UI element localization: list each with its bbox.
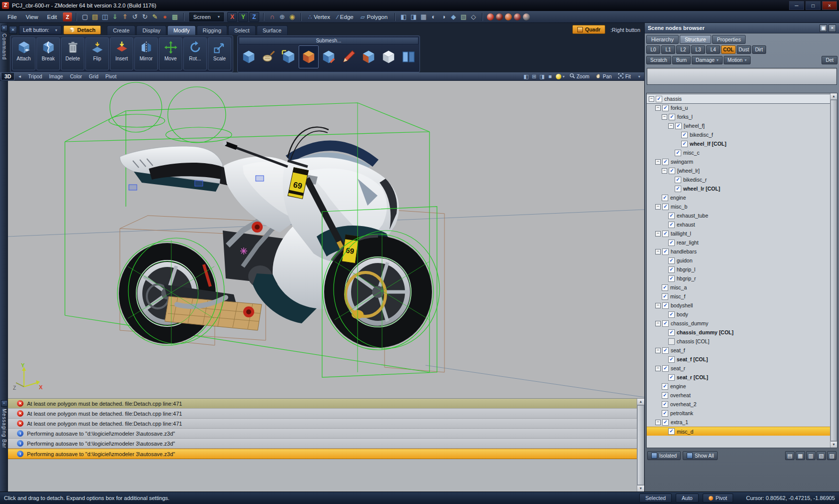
messaging-bar-icon[interactable]: ▪: [1, 400, 7, 407]
tool-attach[interactable]: Attach: [12, 37, 35, 70]
zmodeler-icon[interactable]: Z: [63, 12, 72, 21]
collapse-icon[interactable]: −: [655, 204, 661, 210]
scroll-down-icon[interactable]: ▼: [831, 441, 837, 448]
tab-modify[interactable]: Modify: [167, 25, 195, 35]
level-dirt[interactable]: Dirt: [752, 45, 766, 54]
node-checkbox[interactable]: ✓: [662, 195, 668, 201]
tree-node-wheel-lf-col[interactable]: ✓wheel_lf [COL]: [647, 139, 830, 148]
collapse-icon[interactable]: −: [655, 249, 661, 254]
export-icon[interactable]: ⇑: [120, 12, 129, 21]
tree-node-misc-c[interactable]: ✓misc_c: [647, 148, 830, 157]
submesh-paint-icon[interactable]: [299, 45, 319, 68]
tree-node-seat-f-col[interactable]: ✓seat_f [COL]: [647, 355, 830, 364]
collapse-icon[interactable]: −: [655, 231, 661, 237]
open-folder-icon[interactable]: ▤: [90, 12, 99, 21]
smooth-shade-icon[interactable]: ◐: [429, 12, 438, 21]
tab-rigging[interactable]: Rigging: [197, 25, 227, 35]
viewport-canvas[interactable]: 69 69: [8, 81, 644, 398]
node-checkbox[interactable]: ✓: [662, 383, 668, 390]
level-l1[interactable]: L1: [661, 45, 675, 54]
tree-node-forks-l[interactable]: −✓forks_l: [647, 112, 830, 121]
close-button[interactable]: ×: [822, 1, 837, 10]
submesh-pencil-icon[interactable]: [339, 45, 359, 68]
node-checkbox[interactable]: ✓: [668, 374, 675, 381]
node-checkbox[interactable]: ✓: [668, 240, 675, 246]
scroll-down-icon[interactable]: ▼: [637, 485, 644, 492]
show-all-toggle[interactable]: Show All: [683, 451, 718, 460]
node-checkbox[interactable]: ✓: [681, 141, 688, 147]
normals-icon[interactable]: ◆: [449, 12, 458, 21]
node-checkbox[interactable]: ✓: [662, 419, 669, 426]
collapse-icon[interactable]: −: [668, 123, 674, 129]
node-checkbox[interactable]: ✓: [656, 96, 662, 102]
chevron-left-icon[interactable]: ◄: [15, 74, 23, 79]
node-checkbox[interactable]: ✓: [662, 293, 668, 300]
node-checkbox[interactable]: ✓: [662, 347, 669, 354]
node-checkbox[interactable]: ✓: [675, 186, 681, 192]
node-checkbox[interactable]: ✓: [668, 428, 675, 435]
tree-node-misc-b[interactable]: −✓misc_b: [647, 202, 830, 211]
message-row[interactable]: ✕At least one polygon must be detached. …: [8, 409, 637, 419]
tree-scrollbar[interactable]: ▲ ▼: [830, 93, 837, 448]
tool-mirror[interactable]: Mirror: [134, 37, 158, 70]
tree-node-overheat[interactable]: ✓overheat: [647, 391, 830, 400]
material-sphere-icon[interactable]: ●: [160, 12, 169, 21]
level-l0[interactable]: L0: [646, 45, 660, 54]
collapse-icon[interactable]: −: [655, 159, 661, 165]
submesh-clear-icon[interactable]: [379, 45, 399, 68]
tree-node-petroltank[interactable]: ✓petroltank: [647, 409, 830, 418]
tree-node-wheel-lr-col[interactable]: ✓wheel_lr [COL]: [647, 184, 830, 193]
viewport-right-half-icon[interactable]: ◨: [538, 73, 546, 80]
redo-icon[interactable]: ↻: [140, 12, 149, 21]
viewport-menu-icon[interactable]: ▾: [635, 74, 643, 79]
screen-dropdown[interactable]: Screen▾: [189, 12, 224, 21]
message-row[interactable]: ✕At least one polygon must be detached. …: [8, 419, 637, 429]
damage-scratch[interactable]: Scratch: [646, 56, 671, 64]
node-checkbox[interactable]: ✓: [675, 177, 681, 183]
viewport-left-half-icon[interactable]: ◧: [522, 73, 530, 80]
scroll-thumb[interactable]: [637, 405, 644, 485]
tree-node-handlebars[interactable]: −✓handlebars: [647, 247, 830, 256]
shade-right-icon[interactable]: ◨: [409, 12, 418, 21]
tab-display[interactable]: Display: [136, 25, 166, 35]
tool-scale[interactable]: Scale: [208, 37, 231, 70]
tree-node-taillight-l[interactable]: −✓taillight_l: [647, 229, 830, 238]
scroll-up-icon[interactable]: ▲: [831, 93, 837, 100]
node-checkbox[interactable]: ✓: [669, 114, 675, 120]
scroll-thumb[interactable]: [831, 100, 837, 441]
wireframe-icon[interactable]: ▦: [419, 12, 428, 21]
node-checkbox[interactable]: ✓: [675, 150, 681, 156]
collapse-icon[interactable]: −: [655, 420, 661, 425]
node-checkbox[interactable]: ✓: [662, 410, 668, 417]
tree-node-overheat-2[interactable]: ✓overheat_2: [647, 400, 830, 409]
node-checkbox[interactable]: ✓: [668, 356, 675, 363]
node-checkbox[interactable]: [668, 338, 675, 345]
tree-node-bikedisc-r[interactable]: ✓bikedisc_r: [647, 175, 830, 184]
node-checkbox[interactable]: ✓: [668, 222, 675, 228]
scene-tab-properties[interactable]: Properties: [712, 35, 746, 44]
tab-select[interactable]: Select: [228, 25, 256, 35]
submesh-edit-icon[interactable]: [319, 45, 339, 68]
viewport-fit-button[interactable]: Fit: [615, 73, 634, 80]
tool-insert[interactable]: Insert: [110, 37, 133, 70]
tab-create[interactable]: Create: [107, 25, 135, 35]
submesh-brush-icon[interactable]: [259, 45, 279, 68]
material-dark-icon[interactable]: [496, 13, 503, 20]
lighting-icon[interactable]: [556, 74, 561, 79]
menu-view[interactable]: View: [21, 13, 43, 21]
pin-icon[interactable]: ▣: [820, 24, 827, 32]
tree-node-chassis-dummy-col[interactable]: ✓chassis_dummy [COL]: [647, 328, 830, 337]
node-checkbox[interactable]: ✓: [662, 231, 669, 237]
tool-flip[interactable]: Flip: [85, 37, 109, 70]
collapse-icon[interactable]: −: [655, 321, 661, 326]
node-checkbox[interactable]: ✓: [662, 302, 669, 309]
tab-surface[interactable]: Surface: [257, 25, 288, 35]
scroll-up-icon[interactable]: ▲: [637, 399, 644, 405]
collapse-icon[interactable]: −: [662, 168, 667, 174]
node-checkbox[interactable]: ✓: [668, 257, 675, 264]
axis-y-button[interactable]: Y: [238, 12, 248, 22]
submesh-half-icon[interactable]: [359, 45, 379, 68]
tree-node-misc-a[interactable]: ✓misc_a: [647, 283, 830, 292]
message-row[interactable]: iPerforming autosave to "d:\logiciel\zmo…: [8, 429, 637, 439]
tree-node-seat-f[interactable]: −✓seat_f: [647, 346, 830, 355]
